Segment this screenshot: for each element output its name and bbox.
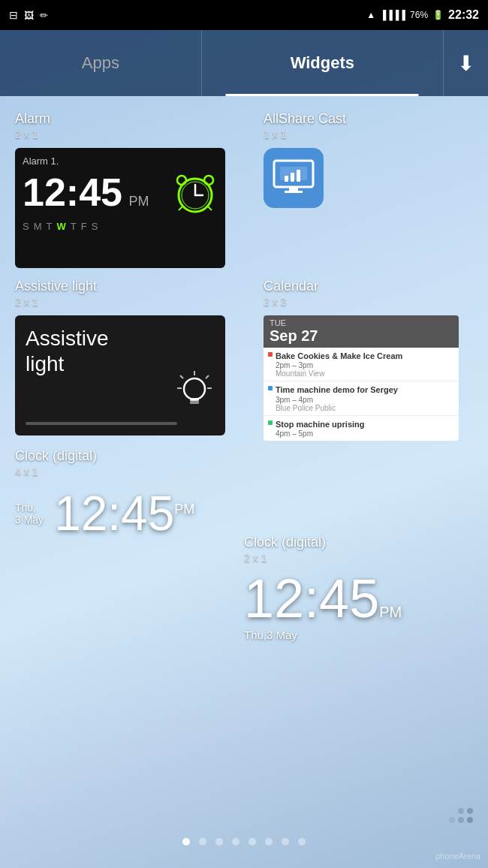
tab-download[interactable]: ⬇ — [443, 30, 488, 96]
status-bar: ⊟ 🖼 ✏ ▲ ▐▐▐▐ 76% 🔋 22:32 — [0, 0, 488, 30]
clock4x1-date: 3 May — [15, 514, 44, 526]
cal-event-dot-1 — [268, 352, 273, 357]
calendar-size: 2 x 3 — [264, 296, 473, 308]
svg-line-6 — [179, 206, 183, 210]
cal-event-loc-2: Blue Police Public — [276, 404, 398, 412]
cal-event-name-2: Time machine demo for Sergey — [276, 384, 398, 395]
calendar-widget[interactable]: TUE Sep 27 Bake Cookies & Make Ice Cream… — [264, 315, 459, 441]
clock2x1-size: 2 x 1 — [244, 552, 473, 564]
svg-rect-21 — [190, 398, 199, 401]
page-dot-1[interactable] — [182, 838, 190, 845]
page-dot-2[interactable] — [199, 838, 206, 845]
svg-point-20 — [184, 378, 205, 399]
clock4x1-day: Thu, — [15, 502, 44, 514]
alarm-widget[interactable]: Alarm 1. 12:45 PM — [15, 148, 225, 268]
page-dot-6[interactable] — [265, 838, 273, 845]
clock4x1-title: Clock (digital) — [15, 448, 473, 464]
battery-percent: 76% — [410, 10, 428, 20]
widget-row-4: Clock (digital) 2 x 1 12:45PM Thu,3 May — [15, 535, 473, 641]
page-dot-8[interactable] — [298, 838, 306, 845]
assistive-slider[interactable] — [26, 422, 177, 425]
allshare-widget-cell: AllShare Cast 1 x 1 — [264, 111, 473, 268]
widget-row-2: Assistive light 2 x 1 Assistivelight — [15, 279, 473, 441]
assistive-widget-cell: Assistive light 2 x 1 Assistivelight — [15, 279, 256, 441]
widget-row-1: Alarm 2 x 1 Alarm 1. 12:45 PM — [15, 111, 473, 268]
page-dot-4[interactable] — [232, 838, 239, 845]
assistive-size: 2 x 1 — [15, 296, 256, 308]
allshare-title: AllShare Cast — [264, 111, 473, 127]
signal-icon: ▐▐▐▐ — [380, 10, 405, 20]
cal-event-dot-3 — [268, 420, 273, 425]
cal-event-loc-1: Mountain View — [276, 369, 402, 378]
page-dot-5[interactable] — [249, 838, 256, 845]
battery-icon: 🔋 — [432, 10, 444, 20]
cal-event-name-3: Stop machine uprising — [276, 419, 365, 429]
cal-event-1: Bake Cookies & Make Ice Cream 2pm – 3pm … — [264, 348, 459, 381]
cal-event-details-1: Bake Cookies & Make Ice Cream 2pm – 3pm … — [276, 351, 402, 378]
clock2x1-date: Thu,3 May — [244, 628, 297, 641]
alarm-ampm: PM — [128, 194, 149, 209]
cal-event-time-3: 4pm – 5pm — [276, 429, 365, 438]
tab-apps-label: Apps — [82, 53, 119, 73]
bottom-nav-circles — [449, 808, 473, 823]
svg-point-4 — [177, 176, 186, 185]
bulb-icon — [176, 369, 213, 414]
clock4x1-widget-cell: Clock (digital) 4 x 1 Thu, 3 May 12:45PM — [15, 448, 473, 542]
tab-widgets[interactable]: Widgets — [202, 30, 443, 96]
clock2x1-widget-cell: Clock (digital) 2 x 1 12:45PM Thu,3 May — [244, 535, 473, 641]
cal-date: Sep 27 — [270, 327, 453, 345]
page-dot-7[interactable] — [282, 838, 289, 845]
tab-apps[interactable]: Apps — [0, 30, 202, 96]
alarm-time-row: 12:45 PM — [23, 170, 218, 215]
widget-row-3: Clock (digital) 4 x 1 Thu, 3 May 12:45PM — [15, 448, 473, 542]
tab-bar: Apps Widgets ⬇ — [0, 30, 488, 96]
calendar-widget-cell: Calendar 2 x 3 TUE Sep 27 Bake Cookies &… — [264, 279, 473, 441]
assistive-widget[interactable]: Assistivelight — [15, 315, 225, 436]
alarm-size: 2 x 1 — [15, 128, 256, 140]
alarm-time-value: 12:45 — [23, 170, 122, 214]
alarm-label: Alarm 1. — [23, 155, 218, 167]
svg-rect-11 — [291, 173, 294, 182]
clock2x1-ampm: PM — [379, 604, 402, 620]
calendar-title: Calendar — [264, 279, 473, 294]
clock4x1-size: 4 x 1 — [15, 466, 473, 478]
svg-point-5 — [204, 176, 213, 185]
allshare-widget[interactable] — [264, 148, 324, 208]
page-dot-3[interactable] — [215, 838, 223, 845]
clock2x1-time: 12:45PM — [244, 571, 402, 625]
svg-line-7 — [207, 206, 212, 210]
cal-event-dot-2 — [268, 386, 273, 390]
edit-icon: ✏ — [40, 10, 48, 21]
day-s1: S — [23, 221, 29, 232]
watermark: phoneArena — [435, 851, 480, 860]
tab-widgets-label: Widgets — [291, 53, 354, 73]
cal-header: TUE Sep 27 — [264, 315, 459, 348]
alarm-title: Alarm — [15, 111, 256, 127]
alarm-time-display: 12:45 PM — [23, 173, 149, 212]
day-s2: S — [92, 221, 98, 232]
cal-event-name-1: Bake Cookies & Make Ice Cream — [276, 351, 402, 361]
notifications-icon: ⊟ — [9, 9, 18, 21]
svg-line-18 — [180, 375, 183, 378]
cal-event-details-2: Time machine demo for Sergey 3pm – 4pm B… — [276, 384, 398, 411]
clock4x1-time: 12:45PM — [54, 490, 194, 538]
image-icon: 🖼 — [24, 10, 34, 21]
clock2x1-title: Clock (digital) — [244, 535, 473, 550]
day-t1: T — [47, 221, 53, 232]
day-t2: T — [71, 221, 77, 232]
svg-rect-10 — [285, 176, 288, 182]
svg-rect-22 — [190, 401, 199, 404]
day-w: W — [56, 221, 65, 232]
clock2x1-widget[interactable]: 12:45PM Thu,3 May — [244, 571, 473, 641]
assistive-title: Assistive light — [15, 279, 256, 294]
status-time: 22:32 — [448, 8, 479, 22]
status-bar-right: ▲ ▐▐▐▐ 76% 🔋 22:32 — [366, 8, 479, 22]
clock4x1-widget[interactable]: Thu, 3 May 12:45PM — [15, 485, 473, 542]
day-m: M — [34, 221, 42, 232]
status-bar-left: ⊟ 🖼 ✏ — [9, 9, 48, 21]
allshare-monitor-icon — [273, 159, 315, 197]
cal-event-3: Stop machine uprising 4pm – 5pm — [264, 416, 459, 441]
cal-day-label: TUE — [270, 318, 453, 327]
alarm-clock-icon — [173, 170, 218, 215]
page-dots — [0, 838, 488, 845]
